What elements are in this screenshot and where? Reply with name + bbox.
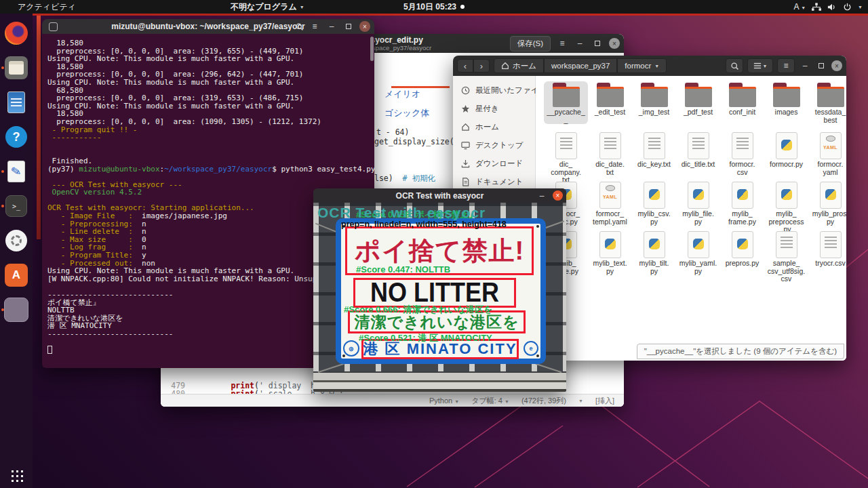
txt-icon	[551, 132, 582, 159]
forward-button[interactable]: ›	[473, 59, 490, 73]
file-item[interactable]: mylib_ preprocess .py	[764, 180, 808, 234]
dock-item-writer[interactable]	[0, 87, 33, 118]
file-item[interactable]: dic_date. txt	[588, 131, 632, 176]
editor-minimize-button[interactable]: –	[574, 37, 586, 49]
clock-icon	[461, 86, 470, 95]
terminal-menu-button[interactable]: ≡	[309, 20, 321, 33]
file-item[interactable]: mylib_file. py	[676, 180, 720, 226]
terminal-maximize-button[interactable]	[342, 20, 355, 33]
editor-close-button[interactable]: ×	[609, 38, 620, 49]
file-item[interactable]: __pycache_ _	[544, 81, 588, 124]
breadcrumb-formocr[interactable]: formocr ▼	[617, 58, 667, 73]
ocr-result-window: OCR Test with easyocr – × OCR Test with …	[313, 188, 566, 392]
file-label: formocr. csv	[730, 161, 755, 176]
network-icon[interactable]	[812, 3, 821, 12]
sidebar-item-download[interactable]: ダウンロード	[453, 155, 535, 173]
terminal-scrollbar[interactable]	[370, 37, 374, 61]
file-label: images	[775, 108, 798, 117]
file-item[interactable]: dic_key.txt	[632, 131, 676, 169]
file-item[interactable]: mylib_yaml. py	[676, 230, 720, 275]
dock-item-settings[interactable]	[0, 225, 33, 256]
gedit-icon: ✎	[7, 161, 25, 182]
editor-maximize-button[interactable]	[591, 37, 604, 49]
breadcrumb-home[interactable]: ホーム	[494, 58, 544, 73]
dock-item-runapp[interactable]	[0, 294, 33, 325]
txt-icon	[815, 231, 846, 258]
file-label: formocr. yaml	[818, 161, 844, 176]
folder-icon	[771, 83, 802, 107]
language-selector[interactable]: Python ▼	[429, 396, 459, 405]
file-item[interactable]: formocr. csv	[720, 131, 764, 176]
system-menu-caret[interactable]: ▼	[858, 5, 863, 9]
yaml-icon: YAML	[595, 182, 626, 209]
dock-item-firefox[interactable]	[0, 18, 33, 49]
clock[interactable]: 5月10日 05:23	[0, 0, 868, 14]
ocr-titlebar[interactable]: OCR Test with easyocr – ×	[313, 188, 566, 203]
sign-board: ポイ捨て禁止! #Score 0.447: NOLTTB NO LITTER #…	[336, 218, 546, 364]
dock-item-help[interactable]: ?	[0, 121, 33, 152]
fm-close-button[interactable]: ×	[831, 60, 842, 71]
ocr-close-button[interactable]: ×	[553, 190, 563, 201]
back-button[interactable]: ‹	[457, 59, 473, 73]
file-item[interactable]: formocr.py	[764, 131, 808, 169]
search-button[interactable]	[726, 58, 743, 73]
file-label: _pdf_test	[684, 108, 713, 117]
file-item[interactable]: tessdata_ best	[808, 81, 846, 124]
dock-item-terminal[interactable]: >_	[0, 190, 33, 222]
terminal-search-icon[interactable]	[295, 22, 304, 31]
ime-indicator[interactable]: A ▼	[793, 2, 806, 12]
editor-menu-button[interactable]: ≡	[556, 37, 568, 49]
tab-width-selector[interactable]: タブ幅: 4 ▼	[471, 396, 509, 406]
txt-icon	[727, 132, 758, 159]
fm-menu-button[interactable]: ≡	[777, 58, 795, 73]
py-icon	[771, 132, 802, 159]
file-item[interactable]: YAMLformocr_ templ.yaml	[588, 180, 632, 226]
file-item[interactable]: mylib_tilt. py	[632, 230, 676, 275]
file-item[interactable]: _img_test	[632, 81, 676, 117]
fm-maximize-button[interactable]	[815, 60, 827, 72]
file-item[interactable]: conf_init	[720, 81, 764, 117]
file-item[interactable]: prepros.py	[720, 230, 764, 268]
dock-item-software[interactable]: A	[0, 260, 33, 291]
file-item[interactable]: dic_ company. txt	[544, 131, 588, 184]
view-toggle-button[interactable]: ▼	[747, 58, 773, 73]
file-item[interactable]: _pdf_test	[676, 81, 720, 117]
volume-icon[interactable]	[827, 3, 837, 12]
runapp-icon	[4, 298, 28, 322]
dock-item-gedit[interactable]: ✎	[0, 156, 33, 187]
terminal-close-button[interactable]: ×	[359, 21, 370, 32]
sidebar-item-label: ダウンロード	[475, 159, 523, 169]
file-item[interactable]: mylib_ frame.py	[720, 180, 764, 226]
file-item[interactable]: mylib_text. py	[588, 230, 632, 275]
breadcrumb-workspace[interactable]: workspace_py37	[544, 58, 617, 73]
sidebar-item-desktop[interactable]: デスクトップ	[453, 136, 535, 155]
terminal-icon: >_	[5, 195, 27, 217]
terminal-minimize-button[interactable]: –	[326, 20, 338, 33]
statusbar-dropdown[interactable]: ▼	[578, 399, 583, 403]
sidebar-item-home[interactable]: ホーム	[453, 118, 535, 136]
file-item[interactable]: _edit_test	[588, 81, 632, 117]
file-label: mylib_ frame.py	[728, 210, 756, 226]
ocr-minimize-button[interactable]: –	[536, 190, 548, 202]
file-item[interactable]: tryocr.csv	[808, 230, 846, 268]
sidebar-item-clock[interactable]: 最近開いたファイル	[453, 81, 535, 100]
dock-item-files[interactable]	[0, 52, 33, 83]
file-label: tryocr.csv	[815, 260, 845, 268]
file-item[interactable]: images	[764, 81, 808, 117]
fm-minimize-button[interactable]: –	[799, 60, 811, 72]
file-item[interactable]: YAMLformocr. yaml	[808, 131, 846, 176]
file-item[interactable]: sample_ csv_utf8sig. csv	[764, 230, 808, 283]
terminal-titlebar[interactable]: mizutu@ubuntu-vbox: ~/workspace_py37/eas…	[42, 19, 374, 34]
file-label: mylib_tilt. py	[639, 260, 669, 275]
sidebar-item-star[interactable]: 星付き	[453, 100, 535, 118]
file-grid[interactable]: __pycache_ __edit_test_img_test_pdf_test…	[536, 76, 846, 361]
file-item[interactable]: mylib_csv. py	[632, 180, 676, 226]
power-icon[interactable]	[843, 3, 852, 12]
show-applications-button[interactable]	[0, 465, 33, 485]
terminal-line	[47, 149, 373, 157]
terminal-line: Using CPU. Note: This module is much fas…	[47, 55, 373, 63]
save-button[interactable]: 保存(S)	[510, 36, 551, 52]
file-item[interactable]: mylib_pros. py	[808, 180, 846, 226]
file-item[interactable]: dic_title.txt	[676, 131, 720, 169]
running-indicator	[1, 170, 4, 173]
